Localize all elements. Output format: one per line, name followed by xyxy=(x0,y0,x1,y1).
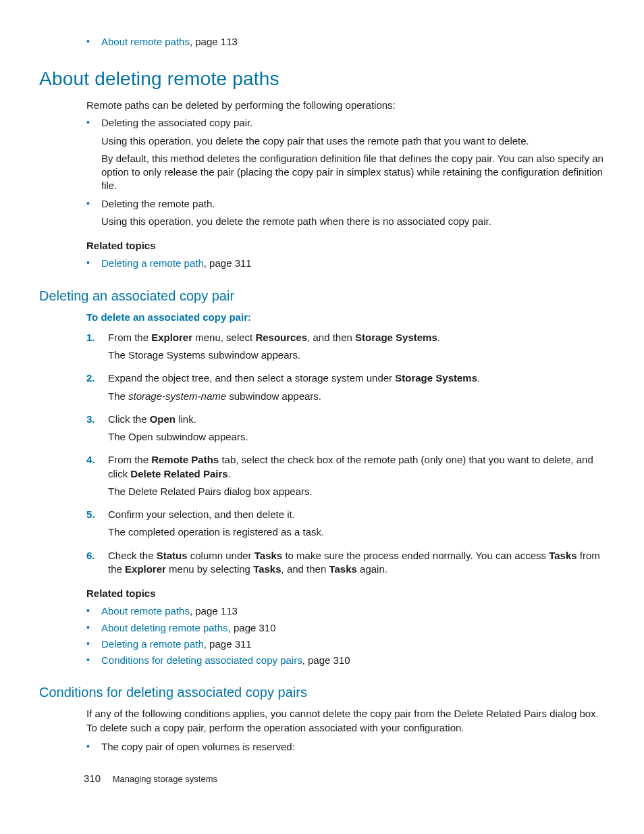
step-text: Expand the object tree, and then select … xyxy=(108,372,480,384)
step-text: From the Explorer menu, select Resources… xyxy=(108,332,440,343)
step-item: Confirm your selection, and then delete … xyxy=(86,508,603,540)
body-text: The copy pair of open volumes is reserve… xyxy=(101,740,603,754)
list-item: • The copy pair of open volumes is reser… xyxy=(86,740,603,754)
link-about-remote-paths[interactable]: About remote paths xyxy=(101,605,190,617)
list-item: • Deleting the remote path. xyxy=(86,197,603,211)
list-item: • Conditions for deleting associated cop… xyxy=(86,654,603,667)
body-text: If any of the following conditions appli… xyxy=(86,707,603,735)
link-page-ref: , page 310 xyxy=(228,622,276,633)
list-item: • Deleting the associated copy pair. xyxy=(86,116,603,130)
list-item: • Deleting a remote path, page 311 xyxy=(86,637,603,651)
bullet-icon: • xyxy=(86,604,101,617)
bullet-icon: • xyxy=(86,257,101,269)
footer-title: Managing storage systems xyxy=(113,774,217,784)
subsection-heading: Deleting an associated copy pair xyxy=(39,287,603,305)
body-text: Using this operation, you delete the cop… xyxy=(101,134,603,148)
bullet-icon: • xyxy=(86,637,101,650)
link-page-ref: , page 311 xyxy=(204,257,252,269)
step-item: Check the Status column under Tasks to m… xyxy=(86,549,603,577)
step-item: Click the Open link. The Open subwindow … xyxy=(86,413,603,444)
subsection-heading: Conditions for deleting associated copy … xyxy=(39,683,603,702)
link-about-deleting-remote-paths[interactable]: About deleting remote paths xyxy=(101,622,228,633)
link-page-ref: , page 113 xyxy=(190,605,238,617)
section-heading: About deleting remote paths xyxy=(39,66,603,92)
bullet-icon: • xyxy=(86,197,101,210)
list-item: • About deleting remote paths, page 310 xyxy=(86,621,603,635)
link-deleting-remote-path[interactable]: Deleting a remote path xyxy=(101,257,204,269)
procedure-heading: To delete an associated copy pair: xyxy=(86,311,603,324)
page-number: 310 xyxy=(84,773,101,784)
body-text: Using this operation, you delete the rem… xyxy=(101,215,603,228)
page-footer: 310 Managing storage systems xyxy=(84,772,217,785)
link-conditions-deleting-copy-pairs[interactable]: Conditions for deleting associated copy … xyxy=(101,654,302,666)
link-deleting-remote-path[interactable]: Deleting a remote path xyxy=(101,638,204,650)
step-item: From the Remote Paths tab, select the ch… xyxy=(86,453,603,498)
bullet-icon: • xyxy=(86,654,101,667)
list-item: • About remote paths, page 113 xyxy=(86,604,603,618)
step-text: Click the Open link. xyxy=(108,413,196,425)
bullet-icon: • xyxy=(86,116,101,129)
related-topics-heading: Related topics xyxy=(86,239,603,253)
link-page-ref: , page 310 xyxy=(302,654,350,666)
bullet-icon: • xyxy=(86,740,101,753)
body-text: By default, this method deletes the conf… xyxy=(101,152,603,193)
step-item: From the Explorer menu, select Resources… xyxy=(86,331,603,363)
step-result: The completed operation is registered as… xyxy=(108,525,603,539)
related-topics-heading: Related topics xyxy=(86,587,603,600)
step-result: The Open subwindow appears. xyxy=(108,430,603,444)
body-text: Remote paths can be deleted by performin… xyxy=(86,99,603,112)
link-page-ref: , page 311 xyxy=(204,638,252,650)
body-text: Deleting the associated copy pair. xyxy=(101,117,252,128)
link-page-ref: , page 113 xyxy=(190,36,238,47)
list-item: • About remote paths, page 113 xyxy=(86,35,603,49)
bullet-icon: • xyxy=(86,35,101,48)
procedure-steps: From the Explorer menu, select Resources… xyxy=(86,331,603,576)
link-about-remote-paths[interactable]: About remote paths xyxy=(101,36,190,47)
step-result: The Delete Related Pairs dialog box appe… xyxy=(108,485,603,498)
step-text: Check the Status column under Tasks to m… xyxy=(108,550,600,575)
step-text: Confirm your selection, and then delete … xyxy=(108,509,295,520)
step-item: Expand the object tree, and then select … xyxy=(86,371,603,403)
step-result: The storage-system-name subwindow appear… xyxy=(108,390,603,403)
step-result: The Storage Systems subwindow appears. xyxy=(108,348,603,362)
step-text: From the Remote Paths tab, select the ch… xyxy=(108,454,593,479)
bullet-icon: • xyxy=(86,621,101,634)
list-item: • Deleting a remote path, page 311 xyxy=(86,257,603,270)
body-text: Deleting the remote path. xyxy=(101,198,215,209)
